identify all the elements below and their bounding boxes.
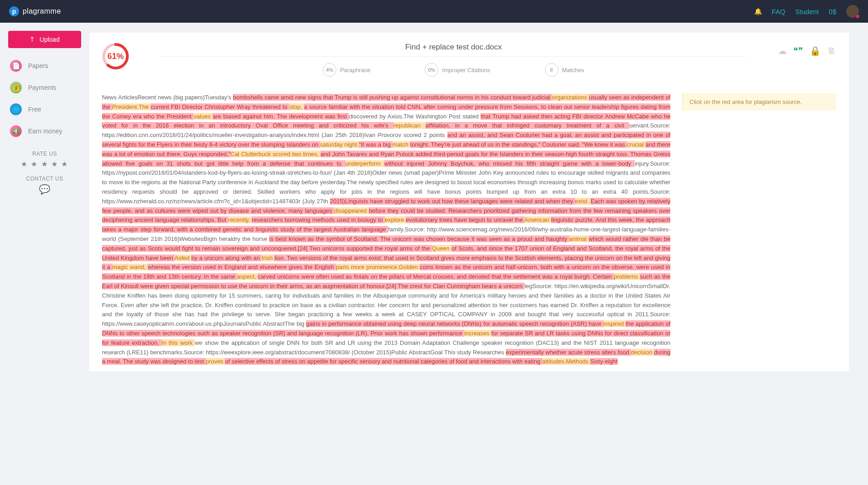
paraphrase-highlight[interactable]: organizations	[552, 94, 589, 101]
sidebar-item-papers[interactable]: 📄 Papers	[8, 56, 81, 75]
download-icon[interactable]: ☁	[778, 45, 787, 56]
brand[interactable]: p plagramme	[9, 6, 61, 16]
document-text[interactable]: News ArticlesRecent news (big papers)Tue…	[102, 93, 670, 367]
faq-link[interactable]: FAQ	[772, 8, 786, 15]
logo-icon: p	[9, 6, 19, 16]
metric-value: 8	[545, 63, 558, 77]
earn-money-icon: 💵	[10, 125, 22, 137]
sidebar-item-earn-money[interactable]: 💵 Earn money	[8, 122, 81, 141]
quote-icon[interactable]: ❝❞	[793, 45, 803, 56]
metric-label: Improper Citations	[442, 67, 490, 73]
upload-button[interactable]: ⤒ Upload	[8, 31, 81, 48]
rate-stars[interactable]: ★ ★ ★ ★ ★	[8, 160, 81, 168]
sidebar-item-label: Earn money	[28, 127, 62, 135]
sidebar-item-label: Papers	[28, 62, 48, 69]
metric-label: Paraphrase	[340, 67, 370, 73]
plagiarism-highlight[interactable]: bombshells came amid new signs that Trum…	[233, 94, 552, 101]
metric-paraphrase[interactable]: 4% Paraphrase	[323, 63, 370, 77]
brand-name: plagramme	[23, 7, 61, 15]
metric-improper-citations[interactable]: 0% Improper Citations	[425, 63, 490, 77]
metric-matches[interactable]: 8 Matches	[545, 63, 584, 77]
topbar: p plagramme 🔔 FAQ Student 0$	[0, 0, 868, 23]
balance-link[interactable]: 0$	[829, 8, 836, 15]
upload-icon: ⤒	[29, 36, 35, 43]
main-content: 61% Find + replace test doc.docx 4% Para…	[89, 23, 868, 380]
contact-chat-icon[interactable]: 💬	[8, 184, 81, 195]
document-title: Find + replace test doc.docx	[161, 43, 746, 57]
metric-value: 4%	[323, 63, 336, 77]
document-icon[interactable]: 🗎	[827, 46, 836, 56]
sidebar: ⤒ Upload 📄 Papers 💰 Payments 🌐 Free 💵 Ea…	[0, 23, 89, 380]
avatar[interactable]	[846, 5, 859, 18]
role-link[interactable]: Student	[795, 8, 819, 15]
rate-us-label: RATE US	[8, 151, 81, 157]
metric-value: 0%	[425, 63, 438, 77]
tip-box: Click on the red area for plagiarism sou…	[682, 93, 836, 111]
sidebar-item-label: Free	[28, 106, 41, 113]
metric-label: Matches	[562, 67, 584, 73]
upload-label: Upload	[39, 36, 59, 43]
sidebar-item-label: Payments	[28, 84, 56, 91]
notifications-icon[interactable]: 🔔	[754, 8, 762, 15]
sidebar-item-free[interactable]: 🌐 Free	[8, 100, 81, 119]
lock-icon[interactable]: 🔒	[810, 45, 821, 56]
score-value: 61%	[102, 43, 129, 70]
report-card: 61% Find + replace test doc.docx 4% Para…	[89, 33, 849, 371]
free-icon: 🌐	[10, 103, 22, 115]
sidebar-item-payments[interactable]: 💰 Payments	[8, 78, 81, 97]
contact-us-label: CONTACT US	[8, 176, 81, 182]
papers-icon: 📄	[10, 60, 22, 72]
plagiarism-score: 61%	[102, 43, 129, 70]
report-actions: ☁ ❝❞ 🔒 🗎	[778, 43, 836, 56]
payments-icon: 💰	[10, 82, 22, 93]
